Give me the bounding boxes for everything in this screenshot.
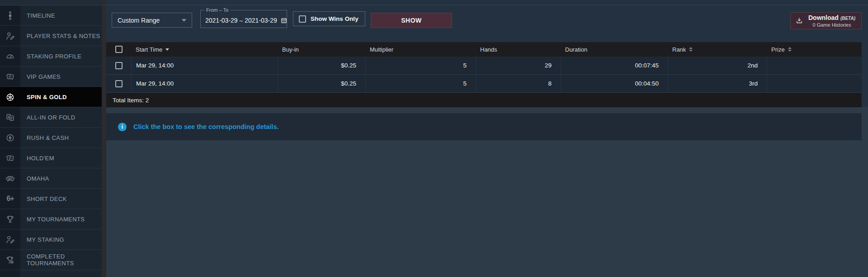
svg-text:A: A [8,115,10,118]
sidebar-item-label: OMAHA [20,168,102,188]
header-cell-start_time[interactable]: Start Time [131,42,278,57]
cell-value: 00:04:50 [635,80,659,87]
cell-rank: 2nd [668,57,767,74]
info-panel: i Click the box to see the corresponding… [106,113,862,140]
column-label: Start Time [136,46,162,53]
sidebar-item-vip-games[interactable]: VIP GAMES [0,67,102,87]
player-stats-icon [0,26,20,46]
cell-value: 00:07:45 [635,62,659,69]
sidebar-item-spin-gold[interactable]: SPIN & GOLD [0,87,102,107]
sidebar-item-staking-profile[interactable]: STAKING PROFILE [0,46,102,67]
sidebar-item-player-stats-notes[interactable]: PLAYER STATS & NOTES [0,26,102,46]
cell-prize [767,57,862,74]
svg-text:F: F [11,116,13,119]
total-items-row: Total Items: 2 [106,93,862,107]
sidebar-item-my-staking[interactable]: MY STAKING [0,229,102,250]
cell-buy_in: $0.25 [278,57,365,74]
cell-duration: 00:04:50 [561,75,668,92]
sidebar-item-label: PLAYER STATS & NOTES [20,26,102,46]
staking-profile-icon [0,46,20,66]
sidebar-item-label: VIP GAMES [20,67,102,86]
spin-gold-icon [0,87,20,107]
sidebar-content-divider [102,0,106,277]
sort-icon [788,47,792,52]
cell-value: Mar 29, 14:00 [136,80,174,87]
date-range-field[interactable]: From – To 2021-03-29 – 2021-03-29 [200,10,287,28]
sidebar-item-label: MY STAKING [20,229,102,249]
cell-hands: 8 [476,75,561,92]
download-button[interactable]: Download(BETA) 0 Game Histories [790,12,862,29]
cell-rank: 3rd [668,75,767,92]
column-label: Duration [565,46,587,53]
sidebar-item-label: RUSH & CASH [20,128,102,148]
column-label: Prize [771,46,785,53]
calendar-icon[interactable] [280,17,288,24]
sidebar-item-short-deck[interactable]: 6+SHORT DECK [0,189,102,209]
table-row[interactable]: Mar 29, 14:00$0.255800:04:503rd [106,75,862,93]
table-row[interactable]: Mar 29, 14:00$0.2552900:07:452nd [106,57,862,75]
info-icon: i [118,123,127,131]
holdem-icon [0,148,20,168]
sidebar-item-label: STAKING PROFILE [20,46,102,66]
cell-hands: 29 [476,57,561,74]
chevron-down-icon [182,19,186,22]
header-cell-prize[interactable]: Prize [767,42,862,57]
column-label: Hands [480,46,497,53]
show-wins-only-label: Show Wins Only [311,15,359,22]
download-icon [795,17,803,25]
cell-value: 8 [548,80,552,87]
omaha-icon [0,168,20,188]
cell-value: 2nd [747,62,758,69]
sidebar: TIMELINEPLAYER STATS & NOTESSTAKING PROF… [0,0,102,277]
cell-buy_in: $0.25 [278,75,365,92]
select-all-checkbox[interactable] [115,46,123,53]
sidebar-item-label: SPIN & GOLD [20,87,102,107]
download-count: 0 Game Histories [813,22,851,29]
header-cell-rank[interactable]: Rank [668,42,767,57]
column-label: Rank [672,46,686,53]
cell-multiplier: 5 [365,75,476,92]
column-label: Buy-in [282,46,299,53]
row-select-cell [106,75,131,92]
show-wins-only-checkbox[interactable] [299,15,306,23]
sidebar-item-rush-cash[interactable]: RUSH & CASH [0,128,102,148]
sidebar-item-label: MY TOURNAMENTS [20,209,102,229]
cell-value: 5 [463,62,467,69]
row-checkbox[interactable] [115,62,123,69]
sidebar-item-hold-em[interactable]: HOLD'EM [0,148,102,168]
cell-start_time: Mar 29, 14:00 [131,75,278,92]
cell-value: Mar 29, 14:00 [136,62,174,69]
sidebar-item-omaha[interactable]: OMAHA [0,168,102,189]
header-cell-select [106,42,131,57]
sidebar-item-completed-tournaments[interactable]: COMPLETED TOURNAMENTS [0,250,102,270]
info-message: Click the box to see the corresponding d… [133,123,279,130]
all-in-fold-icon: AF [0,107,20,127]
show-wins-only-toggle[interactable]: Show Wins Only [293,11,365,26]
cell-value: $0.25 [341,80,356,87]
timeline-icon [0,5,20,25]
cell-multiplier: 5 [365,57,476,74]
top-divider-line [0,5,868,5]
my-staking-icon [0,229,20,249]
game-history-page: { "sidebar": { "items": [ {"label": "TIM… [0,0,868,277]
header-cell-duration: Duration [561,42,668,57]
row-checkbox[interactable] [115,80,123,87]
sidebar-item-timeline[interactable]: TIMELINE [0,5,102,26]
tournaments-icon [0,209,20,229]
sidebar-item-label: HOLD'EM [20,148,102,168]
header-cell-buy_in: Buy-in [278,42,365,57]
completed-tournaments-icon [0,250,20,270]
sidebar-item-all-in-or-fold[interactable]: AFALL-IN OR FOLD [0,107,102,128]
sidebar-item-label: COMPLETED TOURNAMENTS [20,250,102,270]
cell-value: 5 [463,80,467,87]
sidebar-item-my-tournaments[interactable]: MY TOURNAMENTS [0,209,102,229]
sort-desc-icon [165,48,169,51]
cell-start_time: Mar 29, 14:00 [131,57,278,74]
range-select[interactable]: Custom Range [112,13,192,28]
sidebar-item-label: TIMELINE [20,5,102,25]
header-cell-multiplier: Multiplier [365,42,476,57]
table-header-row: Start TimeBuy-inMultiplierHandsDurationR… [106,42,862,57]
cell-duration: 00:07:45 [561,57,668,74]
sidebar-item-label: ALL-IN OR FOLD [20,107,102,127]
show-button[interactable]: SHOW [371,13,452,28]
